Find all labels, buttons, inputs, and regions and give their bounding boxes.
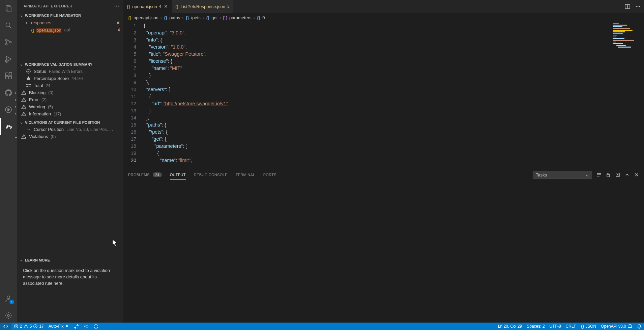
code-line[interactable]: 2 "openapi": "3.0.0",: [123, 29, 644, 36]
validation-information[interactable]: › Information (17): [17, 110, 123, 117]
code-content[interactable]: {: [141, 22, 644, 29]
code-content[interactable]: "title": "Swagger Petstore",: [141, 51, 644, 58]
validation-blocking[interactable]: › Blocking (0): [17, 89, 123, 96]
section-learn-more[interactable]: ⌄ LEARN MORE: [17, 256, 123, 264]
code-content[interactable]: ],: [141, 114, 644, 121]
code-line[interactable]: 7 "name": "MIT": [123, 65, 644, 72]
code-line[interactable]: 6 "license": {: [123, 58, 644, 65]
code-line[interactable]: 15 "paths": {: [123, 121, 644, 129]
code-line[interactable]: 19 {: [123, 150, 644, 157]
more-actions-icon[interactable]: [635, 4, 641, 9]
breadcrumb-segment[interactable]: get: [211, 15, 217, 20]
status-encoding[interactable]: UTF-8: [547, 324, 563, 329]
extensions-icon[interactable]: [0, 67, 17, 84]
code-content[interactable]: "name": "limit",: [141, 157, 644, 164]
code-content[interactable]: "version": "1.0.0",: [141, 44, 644, 51]
code-line[interactable]: 9 },: [123, 79, 644, 86]
output-channel-select[interactable]: Tasks ⌄: [533, 171, 592, 179]
lock-icon[interactable]: [606, 172, 611, 177]
code-line[interactable]: 20 "name": "limit",: [123, 157, 644, 164]
code-content[interactable]: "openapi": "3.0.0",: [141, 29, 644, 36]
status-lang[interactable]: {} JSON: [579, 324, 598, 329]
code-line[interactable]: 16 "/pets": {: [123, 129, 644, 136]
panel-tab-debug[interactable]: DEBUG CONSOLE: [194, 170, 228, 180]
status-openapi[interactable]: OpenAPI v3.0: [598, 324, 635, 329]
cursor-position[interactable]: → Cursor Position Line No. 20, Line Pos.…: [17, 126, 123, 133]
sidebar-more-icon[interactable]: [114, 3, 119, 9]
code-line[interactable]: 12 "url": "http://petstore.swagger.io/v1…: [123, 100, 644, 107]
code-line[interactable]: 18 "parameters": [: [123, 143, 644, 150]
validation-warning[interactable]: › Warning (5): [17, 103, 123, 110]
status-sync-icon[interactable]: [91, 323, 101, 330]
close-icon[interactable]: [164, 4, 168, 9]
section-navigator[interactable]: ⌄ WORKSPACE FILE NAVIGATOR: [17, 12, 123, 19]
code-line[interactable]: 13 }: [123, 107, 644, 114]
list-icon[interactable]: [596, 172, 602, 177]
status-autofix[interactable]: Auto-Fix: [46, 323, 72, 330]
breadcrumb-segment[interactable]: paths: [169, 15, 180, 20]
status-tools-icon[interactable]: [71, 323, 81, 330]
code-content[interactable]: "url": "http://petstore.swagger.io/v1": [141, 100, 644, 107]
validation-total[interactable]: Total 24: [17, 82, 123, 89]
tab-listpets[interactable]: {} ListPetsResponse.json 3: [172, 0, 233, 13]
panel-tab-problems[interactable]: PROBLEMS 24: [128, 170, 162, 180]
close-panel-icon[interactable]: [634, 172, 639, 177]
breadcrumb-segment[interactable]: openapi.json: [134, 15, 158, 20]
accounts-icon[interactable]: 1: [0, 290, 17, 307]
status-ln-col[interactable]: Ln 20, Col 29: [496, 324, 524, 329]
status-spaces[interactable]: Spaces: 2: [524, 324, 547, 329]
search-icon[interactable]: [0, 17, 17, 34]
clear-icon[interactable]: [615, 172, 620, 177]
section-validation[interactable]: ⌄ WORKSPACE VALIDATION SUMMARY: [17, 61, 123, 68]
code-line[interactable]: 17 "get": {: [123, 136, 644, 143]
chevron-up-icon[interactable]: [624, 172, 630, 177]
code-content[interactable]: "get": {: [141, 136, 644, 143]
violations-row[interactable]: ⌄ Violations (0): [17, 133, 123, 140]
code-line[interactable]: 10 "servers": [: [123, 86, 644, 93]
code-line[interactable]: 8 }: [123, 72, 644, 79]
code-content[interactable]: "info": {: [141, 36, 644, 44]
validation-percentage[interactable]: Percentage Score 44.9%: [17, 75, 123, 82]
code-line[interactable]: 14 ],: [123, 114, 644, 121]
section-violations[interactable]: ⌄ VIOLATIONS AT CURRENT FILE POSITION: [17, 119, 123, 126]
output-body[interactable]: [123, 181, 644, 324]
status-bell-icon[interactable]: [635, 324, 644, 329]
panel-tab-terminal[interactable]: TERMINAL: [236, 170, 255, 180]
code-content[interactable]: "license": {: [141, 58, 644, 65]
code-content[interactable]: "paths": {: [141, 121, 644, 129]
validation-error[interactable]: › Error (2): [17, 96, 123, 103]
panel-tab-output[interactable]: OUTPUT: [170, 170, 186, 180]
code-content[interactable]: {: [141, 93, 644, 100]
panel-tab-ports[interactable]: PORTS: [263, 170, 276, 180]
code-content[interactable]: "/pets": {: [141, 129, 644, 136]
code-line[interactable]: 11 {: [123, 93, 644, 100]
breadcrumb-segment[interactable]: parameters: [229, 15, 252, 20]
status-live-icon[interactable]: [81, 323, 91, 330]
split-editor-icon[interactable]: [624, 3, 631, 9]
status-problems[interactable]: 2 5 17: [11, 323, 46, 330]
breadcrumb-segment[interactable]: /pets: [191, 15, 201, 20]
code-line[interactable]: 3 "info": {: [123, 36, 644, 44]
code-content[interactable]: }: [141, 107, 644, 114]
tab-openapi[interactable]: {} openapi.json 4: [123, 0, 172, 13]
validation-status[interactable]: Status Failed With Errors: [17, 68, 123, 75]
settings-gear-icon[interactable]: [0, 307, 17, 324]
run-debug-icon[interactable]: [0, 51, 17, 67]
source-control-icon[interactable]: [0, 34, 17, 51]
code-line[interactable]: 1{: [123, 22, 644, 29]
apimatic-icon[interactable]: [0, 118, 17, 135]
code-line[interactable]: 5 "title": "Swagger Petstore",: [123, 51, 644, 58]
code-content[interactable]: }: [141, 72, 644, 79]
code-editor[interactable]: 1{2 "openapi": "3.0.0",3 "info": {4 "ver…: [123, 22, 644, 169]
tree-file[interactable]: {} openapi.json api 4: [17, 26, 123, 34]
tree-folder[interactable]: › responses: [17, 19, 123, 26]
breadcrumb[interactable]: {}openapi.json›{}paths›{}/pets›{}get›[ ]…: [123, 13, 644, 22]
breadcrumb-segment[interactable]: 0: [262, 15, 265, 20]
explorer-icon[interactable]: [0, 0, 17, 17]
code-content[interactable]: "name": "MIT": [141, 65, 644, 72]
code-content[interactable]: {: [141, 150, 644, 157]
code-line[interactable]: 4 "version": "1.0.0",: [123, 44, 644, 51]
code-content[interactable]: "servers": [: [141, 86, 644, 93]
code-content[interactable]: "parameters": [: [141, 143, 644, 150]
remote-indicator[interactable]: [0, 323, 11, 330]
